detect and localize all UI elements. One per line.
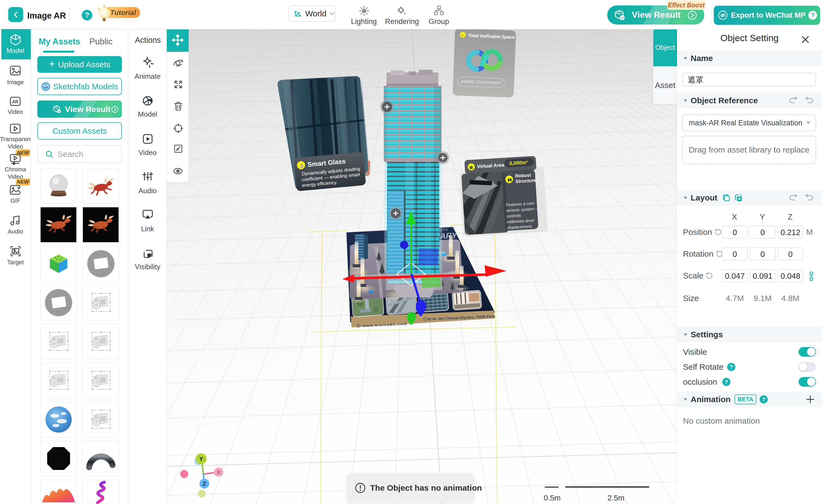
svg-text:Z: Z [202, 480, 206, 487]
svg-text:▮▮: ▮▮ [507, 177, 512, 182]
svg-text:Y: Y [199, 456, 203, 462]
svg-text:⛪: ⛪ [299, 163, 305, 168]
svg-text:▦: ▦ [469, 165, 473, 169]
svg-text:Robust: Robust [515, 172, 531, 179]
svg-text:⌂: ⌂ [461, 33, 463, 37]
svg-text:X: X [217, 469, 221, 476]
svg-text:5,000m²: 5,000m² [509, 160, 528, 166]
svg-text:controls: controls [506, 213, 521, 218]
svg-text:AR: AR [12, 99, 19, 104]
